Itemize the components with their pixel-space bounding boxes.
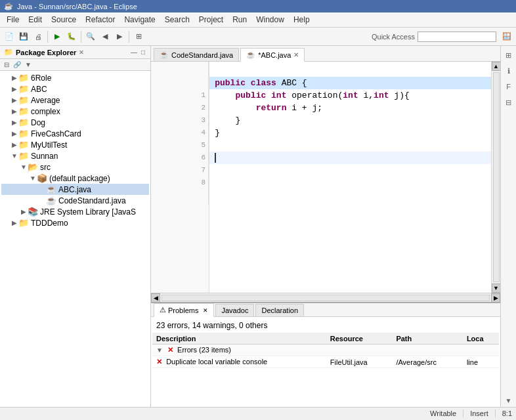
tree-label-complex: complex — [31, 107, 60, 116]
line-numbers: 1 2 3 4 5 6 7 8 — [151, 62, 209, 204]
expand-average-icon[interactable]: ▶ — [11, 96, 18, 104]
collapse-all-button[interactable]: ⊟ — [3, 60, 11, 69]
menu-refactor[interactable]: Refactor — [81, 14, 119, 26]
expand-defaultpkg-icon[interactable]: ▼ — [29, 175, 37, 182]
perspectives-button[interactable]: ⊞ — [132, 30, 145, 43]
tree-item-average[interactable]: ▶ 📁 Average — [1, 94, 149, 106]
vscroll-track[interactable] — [493, 72, 500, 282]
tree-item-abc-project[interactable]: ▶ 📁 ABC — [1, 83, 149, 94]
errors-expand-icon[interactable]: ▼ — [156, 346, 163, 354]
expand-dog-icon[interactable]: ▶ — [11, 119, 18, 126]
tree-item-tdddemo[interactable]: ▶ 📁 TDDDemo — [1, 217, 149, 228]
tree-item-fivecashcard[interactable]: ▶ 📁 FiveCashCard — [1, 128, 149, 139]
col-path: Path — [392, 333, 462, 345]
tree-item-complex[interactable]: ▶ 📁 complex — [1, 106, 149, 117]
expand-src-icon[interactable]: ▼ — [20, 163, 28, 171]
tab-javadoc[interactable]: Javadoc — [215, 304, 254, 316]
editor-hscrollbar[interactable]: ◀ ▶ — [151, 293, 500, 302]
tree-item-default-package[interactable]: ▼ 📦 (default package) — [1, 173, 149, 184]
menu-run[interactable]: Run — [228, 14, 251, 26]
right-sidebar-bottom-btn[interactable]: ▼ — [505, 397, 512, 404]
code-line-2: public int operation(int i,int j){ — [209, 89, 491, 102]
problem-path-0: /Average/src — [392, 356, 462, 368]
right-sidebar-btn-4[interactable]: ⊟ — [502, 96, 515, 109]
code-line-7 — [209, 152, 491, 164]
code-line-0 — [209, 64, 491, 77]
quick-access-area: Quick Access — [372, 32, 496, 42]
expand-complex-icon[interactable]: ▶ — [11, 108, 18, 115]
problems-table: Description Resource Path Loca ▼ ✕ — [152, 333, 499, 368]
hscroll-right-button[interactable]: ▶ — [491, 293, 500, 303]
expand-myutiltest-icon[interactable]: ▶ — [11, 141, 18, 148]
tree-label-6role: 6Role — [31, 74, 51, 83]
sidebar-maximize-button[interactable]: □ — [140, 48, 146, 56]
editor-vscrollbar[interactable]: ▲ ▼ — [491, 62, 500, 293]
tree-label-sunnan: Sunnan — [31, 152, 58, 161]
abc-project-icon: 📁 — [18, 84, 29, 94]
problem-location-0: line — [463, 356, 499, 368]
expand-tdddemo-icon[interactable]: ▶ — [11, 219, 18, 226]
tree-label-src: src — [40, 163, 51, 172]
tab-problems[interactable]: ⚠ Problems ✕ — [154, 303, 214, 317]
hscroll-track[interactable] — [161, 295, 490, 301]
debug-button[interactable]: 🐛 — [65, 30, 78, 43]
status-writable: Writable — [430, 410, 456, 417]
errors-group-row[interactable]: ▼ ✕ Errors (23 items) — [152, 345, 499, 356]
tab-codestandard[interactable]: ☕ CodeStandard.java — [154, 48, 239, 61]
tab-declaration[interactable]: Declaration — [255, 304, 304, 316]
expand-jresystem-icon[interactable]: ▶ — [20, 208, 28, 215]
menu-source[interactable]: Source — [47, 14, 80, 26]
run-button[interactable]: ▶ — [51, 30, 64, 43]
link-with-editor-button[interactable]: 🔗 — [12, 60, 22, 69]
expand-abc-icon[interactable]: ▶ — [11, 85, 18, 93]
problems-tab-close-icon[interactable]: ✕ — [203, 307, 208, 314]
problem-row-0[interactable]: ✕ Duplicate local variable console FileU… — [152, 356, 499, 368]
tree-item-codestandard[interactable]: ☕ CodeStandard.java — [1, 195, 149, 206]
sidebar-menu-button[interactable]: ▼ — [24, 60, 33, 69]
sidebar-toolbar: ⊟ 🔗 ▼ — [0, 59, 150, 71]
tree-item-sunnan[interactable]: ▼ 📁 Sunnan — [1, 150, 149, 161]
menu-search[interactable]: Search — [161, 14, 194, 26]
problem-desc-text-0: Duplicate local variable console — [166, 358, 267, 366]
menu-file[interactable]: File — [3, 14, 23, 26]
errors-group-text: Errors (23 items) — [177, 346, 231, 354]
menu-project[interactable]: Project — [195, 14, 227, 26]
search-toolbar-button[interactable]: 🔍 — [84, 30, 97, 43]
menu-help[interactable]: Help — [290, 14, 314, 26]
menu-navigate[interactable]: Navigate — [120, 14, 159, 26]
sidebar-close-icon: ✕ — [79, 49, 84, 56]
tree-item-myutiltest[interactable]: ▶ 📁 MyUtilTest — [1, 139, 149, 150]
tree-label-abcjava: ABC.java — [58, 185, 91, 194]
open-perspective-button[interactable]: 🪟 — [500, 30, 513, 43]
tab-abc[interactable]: ☕ *ABC.java ✕ — [240, 48, 305, 62]
tree-item-src[interactable]: ▼ 📂 src — [1, 161, 149, 173]
sidebar-minimize-button[interactable]: — — [129, 48, 139, 56]
tree-item-6role[interactable]: ▶ 📁 6Role — [1, 72, 149, 83]
forward-button[interactable]: ▶ — [113, 30, 126, 43]
tree-item-jresystem[interactable]: ▶ 📚 JRE System Library [JavaS — [1, 206, 149, 217]
toolbar-sep-1 — [47, 31, 48, 43]
right-sidebar-btn-3[interactable]: F — [502, 80, 515, 93]
error-icon: ✕ — [167, 346, 173, 354]
right-sidebar-btn-2[interactable]: ℹ — [502, 64, 515, 77]
print-button[interactable]: 🖨 — [32, 30, 45, 43]
quick-access-input[interactable] — [418, 32, 496, 42]
save-button[interactable]: 💾 — [17, 30, 30, 43]
tree-label-fivecashcard: FiveCashCard — [31, 129, 81, 138]
code-editor[interactable]: public class ABC { public int operation(… — [209, 62, 491, 293]
back-button[interactable]: ◀ — [98, 30, 112, 43]
vscroll-up-button[interactable]: ▲ — [492, 62, 501, 71]
expand-6role-icon[interactable]: ▶ — [11, 74, 18, 81]
tree-item-abcjava[interactable]: ☕ ABC.java — [1, 184, 149, 195]
expand-fivecashcard-icon[interactable]: ▶ — [11, 130, 18, 137]
menu-edit[interactable]: Edit — [24, 14, 46, 26]
right-sidebar-btn-1[interactable]: ⊞ — [502, 49, 515, 62]
sunnan-icon: 📁 — [18, 151, 29, 161]
new-button[interactable]: 📄 — [3, 30, 16, 43]
menu-window[interactable]: Window — [252, 14, 288, 26]
expand-sunnan-icon[interactable]: ▼ — [11, 152, 18, 159]
abc-tab-close-icon[interactable]: ✕ — [293, 51, 299, 58]
tree-item-dog[interactable]: ▶ 📁 Dog — [1, 117, 149, 128]
vscroll-down-button[interactable]: ▼ — [492, 284, 501, 293]
hscroll-left-button[interactable]: ◀ — [151, 293, 160, 303]
